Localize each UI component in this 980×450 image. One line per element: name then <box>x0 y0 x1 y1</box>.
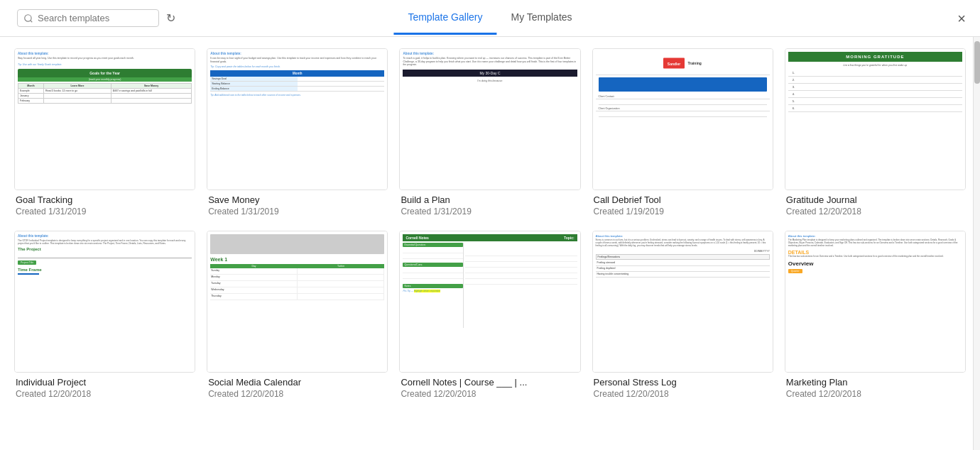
template-preview-money: About this template: It can be easy to l… <box>207 48 388 190</box>
template-modal: ↻ Template Gallery My Templates × About … <box>0 0 980 450</box>
content-area: About this template: Stay focused all ye… <box>0 37 980 450</box>
template-name: Save Money <box>208 194 386 205</box>
template-info: Personal Stress Log Created 12/20/2018 <box>592 373 773 399</box>
template-preview-gratitude: MORNING GRATITUDE List a few things you'… <box>785 48 966 190</box>
template-card-call-debrief[interactable]: Sandler Training Client Contact: Client … <box>592 48 773 216</box>
template-card-build-plan[interactable]: About this template: To reach a goal, it… <box>399 48 580 216</box>
search-input[interactable] <box>38 13 153 23</box>
scrollbar-thumb[interactable] <box>974 41 980 84</box>
template-preview-plan: About this template: To reach a goal, it… <box>399 48 580 190</box>
template-info: Social Media Calendar Created 12/20/2018 <box>207 373 388 399</box>
template-card-social-media[interactable]: Week 1 DayTwitter Sunday Monday Tuesday … <box>207 231 388 399</box>
template-name: Build a Plan <box>401 194 579 205</box>
template-info: Save Money Created 1/31/2019 <box>207 190 388 216</box>
template-card-individual-project[interactable]: About this template: The GTD® Individual… <box>14 231 195 399</box>
template-name: Call Debrief Tool <box>594 194 772 205</box>
template-name: Cornell Notes | Course ___ | ... <box>401 377 579 388</box>
svg-line-1 <box>31 20 33 22</box>
template-date: Created 12/20/2018 <box>401 389 579 399</box>
template-preview-call: Sandler Training Client Contact: Client … <box>592 48 773 190</box>
tabs: Template Gallery My Templates <box>393 1 586 35</box>
template-date: Created 1/31/2019 <box>16 207 194 216</box>
template-info: Gratitude Journal Created 12/20/2018 <box>785 190 966 216</box>
template-name: Personal Stress Log <box>594 377 772 388</box>
svg-point-0 <box>25 14 31 21</box>
template-date: Created 12/20/2018 <box>16 389 194 399</box>
search-icon <box>23 13 33 23</box>
search-box[interactable] <box>17 9 159 27</box>
template-date: Created 1/31/2019 <box>208 207 386 216</box>
template-preview-stress: About this template: Stress is common in… <box>592 231 773 373</box>
template-name: Individual Project <box>16 377 194 388</box>
refresh-button[interactable]: ↻ <box>166 11 175 25</box>
template-name: Marketing Plan <box>786 377 964 388</box>
template-preview-marketing: About this template: The Marketing Plan … <box>785 231 966 373</box>
template-card-save-money[interactable]: About this template: It can be easy to l… <box>207 48 388 216</box>
templates-grid: About this template: Stay focused all ye… <box>14 48 966 399</box>
template-info: Build a Plan Created 1/31/2019 <box>399 190 580 216</box>
template-preview-cornell: Cornell NotesTopic: Essential Question: … <box>399 231 580 373</box>
svg-text:Sandler: Sandler <box>668 62 680 66</box>
template-info: Cornell Notes | Course ___ | ... Created… <box>399 373 580 399</box>
template-info: Marketing Plan Created 12/20/2018 <box>785 373 966 399</box>
scrollbar[interactable] <box>973 37 980 450</box>
tab-my-templates[interactable]: My Templates <box>496 1 586 35</box>
modal-header: ↻ Template Gallery My Templates × <box>0 0 980 37</box>
template-date: Created 1/31/2019 <box>401 207 579 216</box>
template-date: Created 12/20/2018 <box>786 207 964 216</box>
template-card-gratitude[interactable]: MORNING GRATITUDE List a few things you'… <box>785 48 966 216</box>
template-card-marketing[interactable]: About this template: The Marketing Plan … <box>785 231 966 399</box>
template-preview-social: Week 1 DayTwitter Sunday Monday Tuesday … <box>207 231 388 373</box>
tab-gallery[interactable]: Template Gallery <box>393 1 496 35</box>
template-date: Created 1/19/2019 <box>594 207 772 216</box>
template-card-goal-tracking[interactable]: About this template: Stay focused all ye… <box>14 48 195 216</box>
template-preview-project: About this template: The GTD® Individual… <box>14 231 195 373</box>
close-button[interactable]: × <box>957 11 966 26</box>
template-preview-goal: About this template: Stay focused all ye… <box>14 48 195 190</box>
template-name: Gratitude Journal <box>786 194 964 205</box>
template-card-stress-log[interactable]: About this template: Stress is common in… <box>592 231 773 399</box>
template-date: Created 12/20/2018 <box>786 389 964 399</box>
template-name: Goal Tracking <box>16 194 194 205</box>
template-info: Call Debrief Tool Created 1/19/2019 <box>592 190 773 216</box>
template-date: Created 12/20/2018 <box>594 389 772 399</box>
template-info: Goal Tracking Created 1/31/2019 <box>14 190 195 216</box>
template-date: Created 12/20/2018 <box>208 389 386 399</box>
template-info: Individual Project Created 12/20/2018 <box>14 373 195 399</box>
template-name: Social Media Calendar <box>208 377 386 388</box>
template-card-cornell[interactable]: Cornell NotesTopic: Essential Question: … <box>399 231 580 399</box>
